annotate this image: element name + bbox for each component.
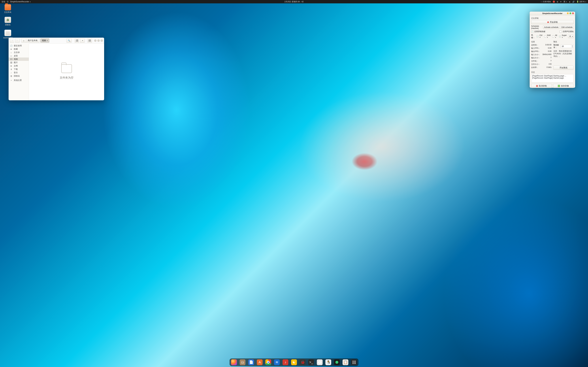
nav-forward-button[interactable]: 〉 bbox=[15, 38, 20, 43]
app-menu-icon bbox=[7, 1, 9, 3]
desktop-icon-home[interactable]: 主文件夹 bbox=[2, 4, 13, 14]
clock-icon: 🕘 bbox=[10, 45, 12, 47]
hamburger-icon bbox=[88, 40, 91, 41]
file-manager-content: 文件夹为空 bbox=[29, 43, 104, 100]
sidebar-item-label: 视频 bbox=[14, 58, 18, 60]
folder-icon bbox=[5, 4, 11, 10]
sidebar-item-pictures[interactable]: 🖼图片 bbox=[9, 61, 29, 64]
app-menu-button[interactable]: SimpleScreenRecorder ▾ bbox=[10, 1, 31, 3]
sidebar-item-label: 其他位置 bbox=[14, 79, 22, 82]
document-icon: 🗎 bbox=[10, 65, 12, 67]
desktop-icon-label: 主文件夹 bbox=[2, 11, 13, 14]
breadcrumb-current[interactable]: 视频 ▾ bbox=[40, 38, 49, 43]
breadcrumb-label: 视频 bbox=[42, 39, 46, 42]
sidebar-item-label: 桌面 bbox=[14, 54, 18, 57]
window-controls bbox=[94, 40, 103, 42]
chevron-down-icon: ▾ bbox=[30, 1, 31, 3]
sidebar-item-label: 下载 bbox=[14, 68, 18, 71]
image-icon: 🖼 bbox=[10, 61, 12, 64]
view-dropdown-button[interactable]: ▾ bbox=[80, 38, 85, 43]
empty-folder-label: 文件夹为空 bbox=[60, 76, 73, 80]
desktop-icon: ▭ bbox=[10, 55, 12, 57]
search-button[interactable]: 🔍 bbox=[67, 38, 72, 43]
star-icon: ★ bbox=[10, 48, 12, 50]
video-icon: 🎞 bbox=[10, 58, 12, 60]
file-manager-sidebar: 🕘最近使用 ★收藏 ⌂主目录 ▭桌面 🎞视频 🖼图片 🗎文档 ⬇下载 ♪音乐 🗑… bbox=[9, 43, 29, 100]
breadcrumb-home[interactable]: 用户文件夹 bbox=[26, 38, 39, 43]
sidebar-item-downloads[interactable]: ⬇下载 bbox=[9, 67, 29, 71]
desktop-icon-label: 回收站 bbox=[2, 24, 13, 26]
sidebar-item-label: 最近使用 bbox=[14, 44, 22, 47]
plus-icon: ＋ bbox=[10, 79, 12, 82]
home-icon: ⌂ bbox=[10, 51, 12, 54]
view-list-button[interactable] bbox=[75, 38, 79, 43]
window-close-button[interactable] bbox=[101, 40, 103, 42]
hamburger-menu-button[interactable] bbox=[87, 38, 92, 43]
trash-icon: 🗑 bbox=[10, 75, 12, 77]
sidebar-item-home[interactable]: ⌂主目录 bbox=[9, 51, 29, 54]
sidebar-item-label: 回收站 bbox=[14, 75, 20, 77]
file-manager-window: 〈 〉 ⌂ 用户文件夹 视频 ▾ 🔍 ▾ 🕘最近使用 ★收藏 ⌂主目录 ▭桌面 … bbox=[9, 38, 104, 100]
file-manager-toolbar: 〈 〉 ⌂ 用户文件夹 视频 ▾ 🔍 ▾ bbox=[9, 38, 104, 44]
sidebar-item-trash[interactable]: 🗑回收站 bbox=[9, 74, 29, 78]
search-icon: 🔍 bbox=[68, 40, 70, 42]
desktop-icon-trash[interactable]: 回收站 bbox=[2, 17, 13, 26]
sidebar-item-label: 文档 bbox=[14, 65, 18, 67]
sidebar-item-desktop[interactable]: ▭桌面 bbox=[9, 54, 29, 58]
window-maximize-button[interactable] bbox=[97, 40, 100, 42]
sidebar-item-documents[interactable]: 🗎文档 bbox=[9, 64, 29, 67]
top-bar: 活动 SimpleScreenRecorder ▾ 2月25日 星期四 08：4… bbox=[0, 0, 213, 3]
empty-folder-icon bbox=[61, 64, 72, 73]
document-icon bbox=[4, 30, 11, 36]
sidebar-item-videos[interactable]: 🎞视频 bbox=[9, 58, 29, 61]
window-minimize-button[interactable] bbox=[94, 40, 96, 42]
nav-back-button[interactable]: 〈 bbox=[10, 38, 14, 43]
sidebar-item-label: 收藏 bbox=[14, 48, 18, 50]
chevron-down-icon: ▾ bbox=[82, 40, 83, 41]
app-menu-label: SimpleScreenRecorder bbox=[10, 1, 29, 3]
music-icon: ♪ bbox=[10, 72, 12, 74]
download-icon: ⬇ bbox=[10, 68, 12, 70]
sidebar-item-label: 主目录 bbox=[14, 51, 20, 54]
desktop-icon-sources[interactable]: sources.list bbox=[2, 30, 13, 39]
list-icon bbox=[76, 40, 78, 42]
sidebar-item-other[interactable]: ＋其他位置 bbox=[9, 79, 29, 82]
activities-button[interactable]: 活动 bbox=[1, 0, 5, 3]
sidebar-item-recent[interactable]: 🕘最近使用 bbox=[9, 44, 29, 47]
path-home-button[interactable]: ⌂ bbox=[21, 38, 26, 43]
sidebar-item-label: 音乐 bbox=[14, 71, 18, 74]
sidebar-item-music[interactable]: ♪音乐 bbox=[9, 71, 29, 74]
home-icon: ⌂ bbox=[23, 40, 24, 42]
sidebar-item-starred[interactable]: ★收藏 bbox=[9, 47, 29, 51]
trash-icon bbox=[5, 17, 11, 23]
chevron-down-icon: ▾ bbox=[47, 40, 48, 41]
sidebar-item-label: 图片 bbox=[14, 61, 18, 64]
